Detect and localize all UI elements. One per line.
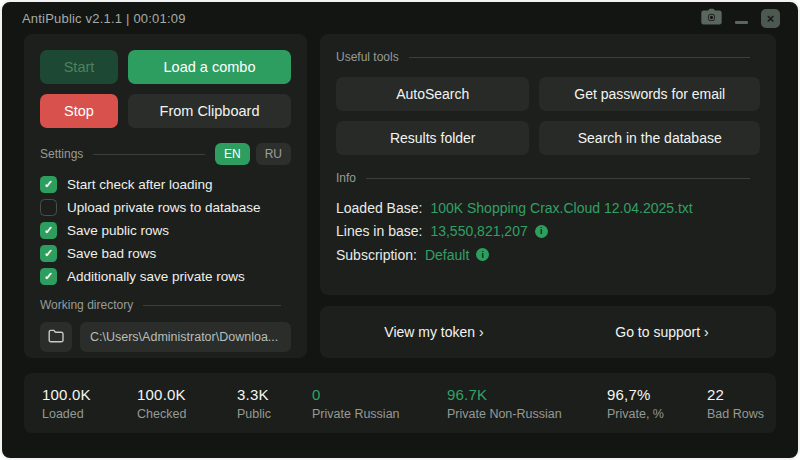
checkbox[interactable]: ✓ — [40, 222, 57, 239]
checkbox-label: Upload private rows to database — [67, 200, 261, 215]
check-icon: ✓ — [44, 271, 53, 282]
checkbox[interactable]: ✓ — [40, 268, 57, 285]
right-column: Useful tools AutoSearch Get passwords fo… — [320, 34, 776, 358]
divider — [409, 57, 750, 58]
stats-bar: 100.0K Loaded 100.0K Checked 3.3K Public… — [24, 373, 776, 433]
checkbox-label: Additionally save private rows — [67, 269, 245, 284]
view-token-link[interactable]: View my token › — [320, 324, 548, 340]
stat-checked: 100.0K Checked — [137, 386, 237, 421]
stat-label: Private Russian — [312, 407, 447, 421]
close-button[interactable]: × — [761, 9, 780, 28]
lang-toggle-en[interactable]: EN — [215, 143, 250, 165]
app-window: AntiPublic v2.1.1 | 00:01:09 × Start Loa… — [0, 0, 800, 460]
useful-tools-section-header: Useful tools — [336, 50, 760, 64]
info-circle-icon[interactable]: i — [535, 225, 548, 238]
check-icon: ✓ — [44, 248, 53, 259]
checkbox[interactable]: ✓ — [40, 176, 57, 193]
folder-browse-button[interactable] — [40, 322, 72, 352]
subscription-value: Default — [425, 247, 469, 263]
links-card: View my token › Go to support › — [320, 306, 776, 358]
checkbox[interactable]: ✓ — [40, 199, 57, 216]
info-row-lines: Lines in base: 13,550,821,207 i — [336, 220, 760, 244]
get-passwords-button[interactable]: Get passwords for email — [539, 77, 760, 111]
checkbox-label: Save bad rows — [67, 246, 156, 261]
app-title: AntiPublic v2.1.1 | 00:01:09 — [22, 11, 186, 26]
settings-heading: Settings — [40, 147, 83, 161]
autosearch-button[interactable]: AutoSearch — [336, 77, 529, 111]
stat-private-russian: 0 Private Russian — [312, 386, 447, 421]
loaded-base-value: 100K Shopping Crax.Cloud 12.04.2025.txt — [430, 200, 692, 216]
checkbox-row-upload-private[interactable]: ✓ Upload private rows to database — [40, 199, 291, 216]
stat-label: Bad Rows — [707, 407, 764, 421]
stat-value: 0 — [312, 386, 447, 403]
working-directory-heading: Working directory — [40, 298, 133, 312]
titlebar: AntiPublic v2.1.1 | 00:01:09 × — [2, 2, 798, 34]
checkbox-row-save-bad[interactable]: ✓ Save bad rows — [40, 245, 291, 262]
working-directory-section-header: Working directory — [40, 298, 291, 312]
stat-value: 96.7K — [447, 386, 607, 403]
checkbox-row-save-private[interactable]: ✓ Additionally save private rows — [40, 268, 291, 285]
info-row-subscription: Subscription: Default i — [336, 243, 760, 267]
info-circle-icon[interactable]: i — [476, 248, 489, 261]
check-icon: ✓ — [44, 225, 53, 236]
start-button[interactable]: Start — [40, 50, 118, 84]
stat-label: Public — [237, 407, 312, 421]
lines-in-base-label: Lines in base: — [336, 223, 422, 239]
stat-bad-rows: 22 Bad Rows — [707, 386, 764, 421]
working-directory-input[interactable] — [80, 322, 291, 352]
stat-private-non-russian: 96.7K Private Non-Russian — [447, 386, 607, 421]
stat-value: 100.0K — [42, 386, 137, 403]
screenshot-camera-icon[interactable] — [701, 8, 722, 29]
checkbox[interactable]: ✓ — [40, 245, 57, 262]
checkbox-label: Save public rows — [67, 223, 169, 238]
divider — [93, 154, 205, 155]
stat-label: Private, % — [607, 407, 707, 421]
stat-value: 22 — [707, 386, 764, 403]
stat-private-percent: 96,7% Private, % — [607, 386, 707, 421]
stat-value: 100.0K — [137, 386, 237, 403]
checkbox-row-save-public[interactable]: ✓ Save public rows — [40, 222, 291, 239]
window-controls: × — [701, 8, 780, 29]
lines-in-base-value: 13,550,821,207 — [430, 223, 527, 239]
info-heading: Info — [336, 171, 356, 185]
from-clipboard-button[interactable]: From Clipboard — [128, 94, 291, 128]
checkbox-row-start-check[interactable]: ✓ Start check after loading — [40, 176, 291, 193]
folder-icon — [48, 329, 64, 346]
lang-toggle-ru[interactable]: RU — [256, 143, 291, 165]
main-content: Start Load a combo Stop From Clipboard S… — [2, 34, 798, 358]
checkbox-list: ✓ Start check after loading ✓ Upload pri… — [40, 176, 291, 291]
stat-label: Private Non-Russian — [447, 407, 607, 421]
stat-label: Loaded — [42, 407, 137, 421]
support-link[interactable]: Go to support › — [548, 324, 776, 340]
stop-button[interactable]: Stop — [40, 94, 118, 128]
minimize-button[interactable] — [735, 21, 748, 24]
info-section-header: Info — [336, 171, 760, 185]
stat-value: 96,7% — [607, 386, 707, 403]
check-icon: ✓ — [44, 179, 53, 190]
subscription-label: Subscription: — [336, 247, 417, 263]
stat-label: Checked — [137, 407, 237, 421]
search-database-button[interactable]: Search in the database — [539, 121, 760, 155]
divider — [366, 178, 750, 179]
divider — [143, 305, 281, 306]
tools-info-panel: Useful tools AutoSearch Get passwords fo… — [320, 34, 776, 295]
useful-tools-heading: Useful tools — [336, 50, 399, 64]
stat-loaded: 100.0K Loaded — [42, 386, 137, 421]
info-row-loaded-base: Loaded Base: 100K Shopping Crax.Cloud 12… — [336, 196, 760, 220]
stat-public: 3.3K Public — [237, 386, 312, 421]
settings-section-header: Settings EN RU — [40, 143, 291, 165]
loaded-base-label: Loaded Base: — [336, 200, 422, 216]
stat-value: 3.3K — [237, 386, 312, 403]
checkbox-label: Start check after loading — [67, 177, 213, 192]
left-panel: Start Load a combo Stop From Clipboard S… — [24, 34, 307, 358]
results-folder-button[interactable]: Results folder — [336, 121, 529, 155]
load-combo-button[interactable]: Load a combo — [128, 50, 291, 84]
